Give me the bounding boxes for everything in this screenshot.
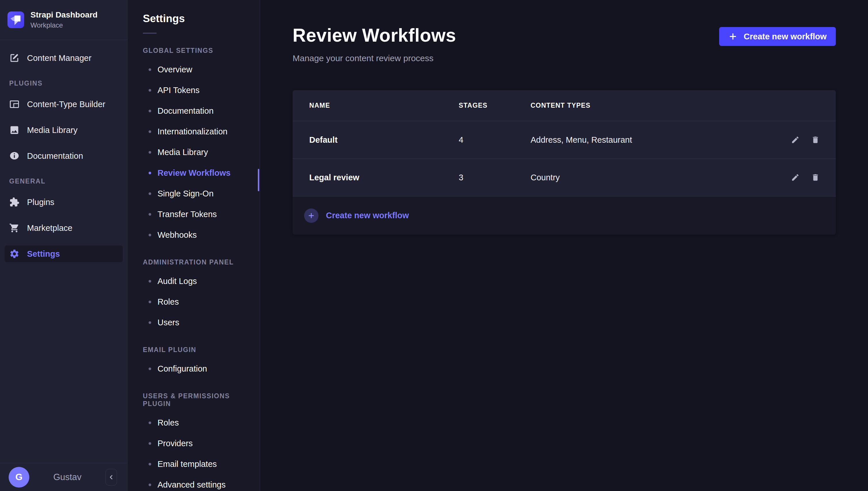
subnav-item-review-workflows[interactable]: Review Workflows (128, 163, 260, 183)
subnav-item-label: Roles (158, 297, 179, 307)
cart-icon (9, 223, 20, 233)
subnav-item-label: Webhooks (158, 230, 197, 240)
pencil-icon (791, 136, 799, 144)
subnav-item-label: Roles (158, 418, 179, 428)
table-row[interactable]: Default 4 Address, Menu, Restaurant (293, 121, 836, 159)
subnav-item-advanced-settings[interactable]: Advanced settings (128, 474, 260, 491)
subnav-section-administration-panel: ADMINISTRATION PANEL (143, 258, 260, 266)
workflow-stages: 3 (459, 173, 531, 182)
subnav-item-webhooks[interactable]: Webhooks (128, 225, 260, 245)
bullet-icon (148, 68, 151, 71)
page-title: Review Workflows (293, 25, 456, 46)
subnav-section-users-permissions: USERS & PERMISSIONS PLUGIN (143, 392, 260, 408)
sidebar-item-label: Marketplace (27, 223, 73, 233)
active-item-indicator (258, 169, 259, 191)
subnav-item-email-templates[interactable]: Email templates (128, 454, 260, 474)
subnav-item-transfer-tokens[interactable]: Transfer Tokens (128, 204, 260, 225)
sidebar-footer: G Gustav (0, 463, 127, 491)
bullet-icon (148, 422, 151, 424)
subnav-item-overview[interactable]: Overview (128, 59, 260, 80)
page-subtitle: Manage your content review process (293, 53, 456, 63)
pencil-icon (791, 173, 799, 182)
bullet-icon (148, 368, 151, 370)
sidebar-item-media-library[interactable]: Media Library (5, 122, 123, 138)
workflow-stages: 4 (459, 135, 531, 145)
create-workflow-button[interactable]: Create new workflow (719, 27, 836, 46)
bullet-icon (148, 321, 151, 324)
subnav-item-label: Single Sign-On (158, 189, 214, 198)
workflow-name: Default (309, 135, 459, 145)
sidebar-item-label: Plugins (27, 198, 54, 207)
subnav-item-up-roles[interactable]: Roles (128, 412, 260, 433)
delete-workflow-button[interactable] (811, 136, 820, 144)
subnav-item-configuration[interactable]: Configuration (128, 358, 260, 379)
main-sidebar: Strapi Dashboard Workplace Content Manag… (0, 0, 128, 491)
sidebar-item-documentation[interactable]: Documentation (5, 148, 123, 164)
column-header-stages: STAGES (459, 102, 531, 109)
table-footer-create-workflow[interactable]: Create new workflow (293, 196, 836, 235)
bullet-icon (148, 300, 151, 303)
sidebar-item-settings[interactable]: Settings (5, 246, 123, 262)
subnav-item-label: Transfer Tokens (158, 210, 217, 219)
subnav-item-providers[interactable]: Providers (128, 433, 260, 454)
subnav-item-media-library[interactable]: Media Library (128, 142, 260, 163)
subnav-item-label: Email templates (158, 459, 217, 469)
subnav-item-documentation[interactable]: Documentation (128, 100, 260, 121)
subnav-divider (143, 33, 157, 34)
edit-workflow-button[interactable] (791, 173, 799, 182)
column-header-content-types: CONTENT TYPES (531, 102, 759, 109)
content-manager-icon (9, 53, 20, 63)
subnav-item-label: Audit Logs (158, 277, 197, 286)
sidebar-item-plugins[interactable]: Plugins (5, 194, 123, 210)
collapse-sidebar-button[interactable] (106, 469, 117, 486)
subnav-item-internationalization[interactable]: Internationalization (128, 121, 260, 142)
plus-icon (728, 32, 737, 41)
workspace-name: Workplace (30, 21, 98, 29)
bullet-icon (148, 280, 151, 283)
avatar-initial: G (16, 472, 23, 482)
column-header-name: NAME (309, 102, 459, 109)
delete-workflow-button[interactable] (811, 173, 820, 182)
subnav-item-api-tokens[interactable]: API Tokens (128, 80, 260, 100)
subnav-item-label: Overview (158, 65, 192, 75)
plus-circle-icon (304, 208, 319, 223)
app-title: Strapi Dashboard (30, 10, 98, 20)
subnav-item-single-sign-on[interactable]: Single Sign-On (128, 183, 260, 204)
create-workflow-button-label: Create new workflow (744, 32, 826, 41)
nav-section-general: GENERAL (9, 177, 123, 185)
gear-icon (9, 249, 20, 259)
user-name: Gustav (29, 472, 106, 482)
workflow-name: Legal review (309, 173, 459, 182)
layout-icon (9, 99, 20, 109)
edit-workflow-button[interactable] (791, 136, 799, 144)
nav-section-plugins: PLUGINS (9, 80, 123, 87)
main-content: Review Workflows Manage your content rev… (261, 0, 868, 491)
subnav-item-users[interactable]: Users (128, 312, 260, 333)
table-header-row: NAME STAGES CONTENT TYPES (293, 90, 836, 121)
subnav-item-label: Configuration (158, 364, 207, 374)
subnav-item-label: Users (158, 318, 179, 327)
subnav-item-label: Media Library (158, 148, 208, 157)
bullet-icon (148, 151, 151, 154)
sidebar-item-label: Documentation (27, 151, 83, 161)
strapi-logo-icon (7, 11, 24, 28)
sidebar-item-label: Content-Type Builder (27, 99, 105, 109)
workflows-table: NAME STAGES CONTENT TYPES Default 4 Addr… (293, 90, 836, 235)
subnav-item-admin-roles[interactable]: Roles (128, 291, 260, 312)
subnav-item-label: Review Workflows (158, 168, 230, 178)
sidebar-item-marketplace[interactable]: Marketplace (5, 220, 123, 236)
subnav-item-label: API Tokens (158, 86, 199, 95)
info-icon (9, 151, 20, 161)
sidebar-item-content-manager[interactable]: Content Manager (5, 50, 123, 66)
table-row[interactable]: Legal review 3 Country (293, 159, 836, 196)
image-icon (9, 125, 20, 135)
workflow-content-types: Country (531, 173, 759, 182)
trash-icon (811, 173, 820, 182)
subnav-item-label: Documentation (158, 106, 214, 116)
sidebar-item-label: Content Manager (27, 53, 91, 63)
sidebar-item-content-type-builder[interactable]: Content-Type Builder (5, 96, 123, 113)
subnav-item-audit-logs[interactable]: Audit Logs (128, 271, 260, 291)
user-avatar[interactable]: G (9, 467, 29, 488)
sidebar-item-label: Media Library (27, 125, 78, 135)
bullet-icon (148, 213, 151, 215)
